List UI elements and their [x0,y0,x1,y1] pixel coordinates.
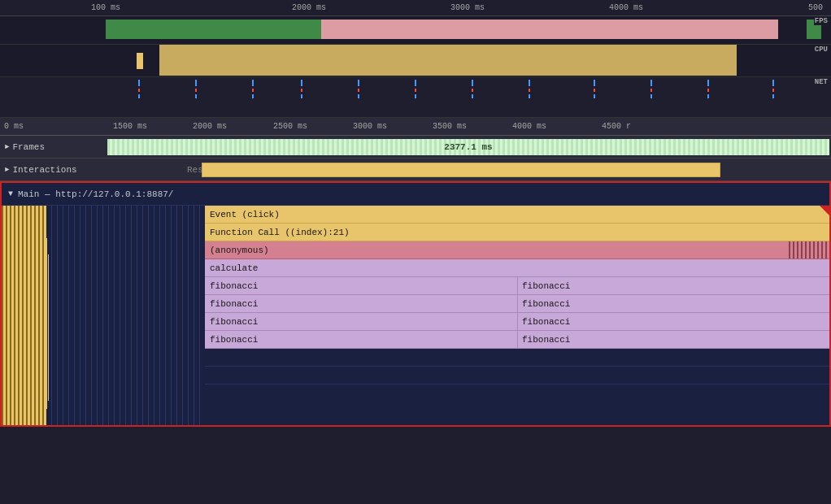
fib1-divider [517,277,518,294]
net-tick-group-10 [650,80,652,98]
frames-label-area[interactable]: ► Frames [0,142,106,152]
fib4-divider [517,331,518,348]
right-events-column: Event (click) Function Call ((index):21)… [205,206,829,425]
fps-row: FPS [0,16,831,45]
fps-green-bar-left [106,20,321,39]
fps-label: FPS [814,17,829,25]
event-row-calculate: calculate [205,259,829,277]
frames-green-stripe: 2377.1 ms [107,139,829,155]
fib3-divider [517,313,518,330]
cpu-row: CPU [0,45,831,77]
ruler-0ms: 0 ms [4,122,24,131]
time-label-500: 500 [808,3,823,12]
event-row-anonymous: (anonymous) [205,241,829,259]
yellow-stripes [2,206,46,425]
net-tick-group-7 [472,80,473,98]
event-fib2-left: fibonacci [205,299,517,309]
fib2-divider [517,295,518,312]
interactions-label: Interactions [12,165,76,175]
event-row-fib2: fibonacci fibonacci [205,295,829,313]
net-tick-group-6 [415,80,416,98]
event-fib3-right: fibonacci [517,317,829,327]
main-thread-title: Main — http://127.0.0.1:8887/ [18,189,173,199]
empty-row-1 [205,349,829,367]
cpu-label: CPU [814,46,829,54]
right-stripes-anonymous [789,241,829,259]
ruler-3000ms: 3000 ms [353,122,387,131]
net-tick-group-3 [252,80,254,98]
time-label-2000: 2000 ms [292,3,326,12]
bottom-time-ruler: 0 ms 1500 ms 2000 ms 2500 ms 3000 ms 350… [0,118,831,136]
fps-pink-bar [321,20,778,39]
event-click-corner [820,206,829,215]
net-row: NET [0,77,831,118]
left-accent-line2 [48,254,49,401]
cpu-yellow-bar [159,45,737,76]
ruler-2500ms: 2500 ms [273,122,307,131]
call-area: Event (click) Function Call ((index):21)… [2,206,829,425]
ruler-1500ms: 1500 ms [113,122,147,131]
net-tick-group-1 [138,80,140,98]
net-tick-group-4 [301,80,302,98]
ruler-3500ms: 3500 ms [433,122,467,131]
main-thread-container: ▼ Main — http://127.0.0.1:8887/ Event (c… [0,181,831,427]
frames-duration: 2377.1 ms [444,139,492,155]
empty-row-3 [205,385,829,402]
net-tick-group-2 [195,80,197,98]
ruler-2000ms: 2000 ms [193,122,227,131]
ruler-4500ms: 4500 r [602,122,631,131]
event-row-function: Function Call ((index):21) [205,224,829,241]
event-anonymous-label: (anonymous) [205,245,274,255]
interactions-label-area[interactable]: ► Interactions [0,165,106,175]
frames-play-icon: ► [5,143,9,151]
left-stripes-column [2,206,205,425]
empty-row-2 [205,367,829,385]
frames-bar: ► Frames 2377.1 ms [0,136,831,159]
event-fib4-left: fibonacci [205,335,517,345]
blue-lines-area [46,206,205,425]
event-fib1-left: fibonacci [205,281,517,291]
event-row-click: Event (click) [205,206,829,224]
time-label-3000: 3000 ms [450,3,485,12]
event-fib3-left: fibonacci [205,317,517,327]
ruler-4000ms: 4000 ms [512,122,546,131]
net-tick-group-11 [707,80,709,98]
net-tick-group-12 [772,80,774,98]
interactions-bar: ► Interactions Response [0,159,831,181]
cpu-small-yellow [137,53,143,69]
interaction-yellow-bar [202,163,720,177]
time-label-100: 100 ms [91,3,120,12]
collapse-icon[interactable]: ▼ [8,189,13,198]
net-tick-group-9 [594,80,595,98]
event-click-label: Event (click) [205,210,285,219]
frames-label: Frames [12,142,45,152]
net-tick-group-5 [358,80,359,98]
event-function-label: Function Call ((index):21) [205,228,355,237]
event-fib2-right: fibonacci [517,299,829,309]
event-calculate-label: calculate [205,263,263,273]
event-row-fib3: fibonacci fibonacci [205,313,829,331]
net-label: NET [814,78,829,86]
event-fib4-right: fibonacci [517,335,829,345]
event-row-fib1: fibonacci fibonacci [205,277,829,295]
time-label-4000: 4000 ms [609,3,643,12]
event-fib1-right: fibonacci [517,281,829,291]
event-row-fib4: fibonacci fibonacci [205,331,829,349]
left-accent-line [46,238,47,409]
main-header: ▼ Main — http://127.0.0.1:8887/ [2,183,829,206]
interactions-arrow-icon: ► [5,166,9,174]
net-tick-group-8 [529,80,530,98]
